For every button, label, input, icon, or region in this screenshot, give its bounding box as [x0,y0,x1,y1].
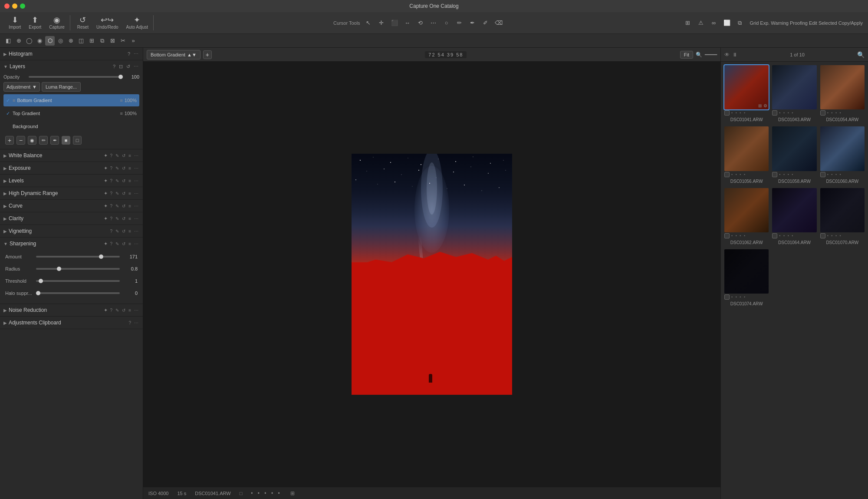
hdr-reset[interactable]: ↺ [121,191,126,196]
thumb-checkbox-t10[interactable] [724,294,730,300]
adjustment-dropdown[interactable]: Adjustment ▼ [3,82,40,92]
vignetting-pencil[interactable]: ✎ [115,228,120,234]
nr-reset[interactable]: ↺ [121,307,126,313]
cursor-tool-7[interactable]: ○ [442,18,451,28]
curve-menu[interactable]: ≡ [128,203,132,209]
import-button[interactable]: ⬇ Import [6,15,23,30]
layer-select-dropdown[interactable]: Bottom Gradient ▲▼ [147,50,201,59]
levels-reset[interactable]: ↺ [121,178,126,184]
exp-question[interactable]: ? [109,165,114,171]
thumb-checkbox-t7[interactable] [724,233,730,238]
cursor-tool-9[interactable]: ✒ [468,18,477,28]
cursor-tool-1[interactable]: ↖ [364,18,373,28]
curve-reset[interactable]: ↺ [121,203,126,209]
threshold-thumb[interactable] [39,279,43,283]
add-layer-button[interactable]: + [5,136,14,145]
clarity-question[interactable]: ? [109,216,114,221]
cursor-tool-8[interactable]: ✏ [455,18,464,28]
cursor-tool-3[interactable]: ⬛ [390,18,399,28]
thumb-checkbox-t8[interactable] [772,233,777,238]
tool-icon-11[interactable]: ⊠ [108,36,117,46]
auto-adjust-button[interactable]: ✦ Auto Adjust [124,15,151,30]
histogram-question[interactable]: ? [127,51,131,57]
radius-slider[interactable] [36,268,120,270]
edit-selected-button[interactable]: ⬜ [722,18,732,28]
levels-dots[interactable]: ⋯ [133,178,139,184]
export-button[interactable]: ⬆ Export [26,15,44,30]
layer-item-background[interactable]: ✓ Background [3,120,139,132]
thumbnail-item-t6[interactable]: • • • •DSC01060.ARW [820,126,865,184]
ac-dots[interactable]: ⋯ [133,320,139,326]
thumb-checkbox-t2[interactable] [772,110,777,116]
thumbnail-item-t1[interactable]: ⚙⊞• • • •DSC01041.ARW [724,65,769,123]
exp-reset[interactable]: ↺ [121,165,126,171]
remove-layer-button[interactable]: − [16,136,25,145]
warning-button[interactable]: ⚠ [696,18,706,28]
hdr-question[interactable]: ? [109,191,114,196]
maximize-button[interactable] [20,3,25,9]
thumbnail-item-t8[interactable]: • • • •DSC01064.ARW [772,188,816,246]
layer-item-bottom-gradient[interactable]: ✓ ≡ Bottom Gradient ≡ 100% [3,94,139,106]
exp-menu[interactable]: ≡ [128,165,132,171]
proofing-button[interactable]: ∞ [709,18,719,28]
cursor-tool-4[interactable]: ↔ [403,18,412,28]
wb-menu[interactable]: ≡ [128,153,132,159]
tool-icon-7[interactable]: ⊗ [66,36,76,46]
rating-checkbox[interactable]: □ [240,491,243,496]
amount-thumb[interactable] [99,254,103,259]
opacity-slider[interactable] [29,76,123,78]
tool-icon-4[interactable]: ◉ [35,36,44,46]
tool-icon-6[interactable]: ◎ [56,36,65,46]
layer-invert-button[interactable]: ✒ [50,136,59,145]
thumbnail-item-t9[interactable]: • • • •DSC01070.ARW [820,188,865,246]
halo-slider[interactable] [36,292,120,294]
luma-range-button[interactable]: Luma Range... [42,82,81,92]
capture-button[interactable]: ◉ Capture [46,15,67,30]
opacity-thumb[interactable] [118,75,123,79]
layers-header[interactable]: ▼ Layers ? ⊡ ↺ ⋯ [0,60,143,73]
levels-question[interactable]: ? [109,178,114,184]
vignetting-menu[interactable]: ≡ [128,228,132,234]
exp-pencil[interactable]: ✎ [115,165,120,171]
close-button[interactable] [4,3,10,9]
sharpening-question[interactable]: ? [109,241,114,247]
thumb-checkbox-t4[interactable] [724,172,730,177]
thumbnail-item-t7[interactable]: • • • •DSC01062.ARW [724,188,769,246]
layer-item-top-gradient[interactable]: ✓ Top Gradient ≡ 100% [3,107,139,119]
histogram-menu[interactable]: ⋯ [133,51,139,57]
sharpening-menu[interactable]: ≡ [128,241,132,247]
minimize-button[interactable] [12,3,17,9]
cursor-tool-6[interactable]: ⋯ [429,18,438,28]
ac-question[interactable]: ? [128,320,132,326]
hdr-header[interactable]: ▶ High Dynamic Range ✦ ? ✎ ↺ ≡ ⋯ [0,187,143,199]
curve-question[interactable]: ? [109,203,114,209]
thumb-checkbox-t1[interactable] [724,110,730,116]
levels-header[interactable]: ▶ Levels ✦ ? ✎ ↺ ≡ ⋯ [0,175,143,187]
thumbnail-item-t4[interactable]: • • • •DSC01056.ARW [724,126,769,184]
wb-pencil[interactable]: ✎ [115,153,120,159]
layers-question[interactable]: ? [112,63,116,70]
undo-redo-button[interactable]: ↩↪ Undo/Redo [94,15,121,30]
clarity-menu[interactable]: ≡ [128,216,132,221]
thumbnail-item-t5[interactable]: • • • •DSC01058.ARW [772,126,816,184]
layers-menu[interactable]: ⋯ [133,63,139,70]
thumbnail-item-t3[interactable]: • • • •DSC01054.ARW [820,65,865,123]
thumb-checkbox-t6[interactable] [820,172,825,177]
clarity-pencil[interactable]: ✎ [115,216,120,221]
nr-menu[interactable]: ≡ [128,307,132,313]
layer-fill-button[interactable]: ■ [62,136,70,145]
tool-icon-5[interactable]: ⬡ [45,36,55,46]
cursor-tool-11[interactable]: ⌫ [494,18,503,28]
vignetting-dots[interactable]: ⋯ [133,228,139,234]
layers-copy[interactable]: ⊡ [118,63,124,70]
nr-pencil[interactable]: ✎ [115,307,120,313]
histogram-header[interactable]: ▶ Histogram ? ⋯ [0,48,143,60]
thumb-checkbox-t9[interactable] [820,233,825,238]
layer-copy-button[interactable]: ✏ [39,136,48,145]
levels-menu[interactable]: ≡ [128,178,132,184]
tool-icon-3[interactable]: ◯ [24,36,34,46]
tool-icon-12[interactable]: ✂ [118,36,128,46]
hdr-menu[interactable]: ≡ [128,191,132,196]
fit-button[interactable]: Fit [680,51,693,59]
tool-icon-1[interactable]: ◧ [3,36,13,46]
